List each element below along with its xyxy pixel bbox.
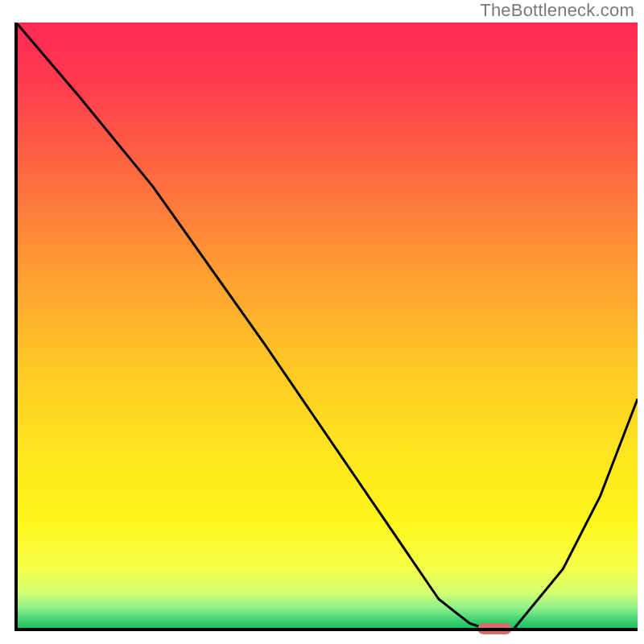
bottleneck-chart	[0, 0, 644, 644]
watermark-text: TheBottleneck.com	[480, 0, 634, 21]
chart-container: TheBottleneck.com	[0, 0, 644, 644]
plot-background	[16, 23, 638, 630]
